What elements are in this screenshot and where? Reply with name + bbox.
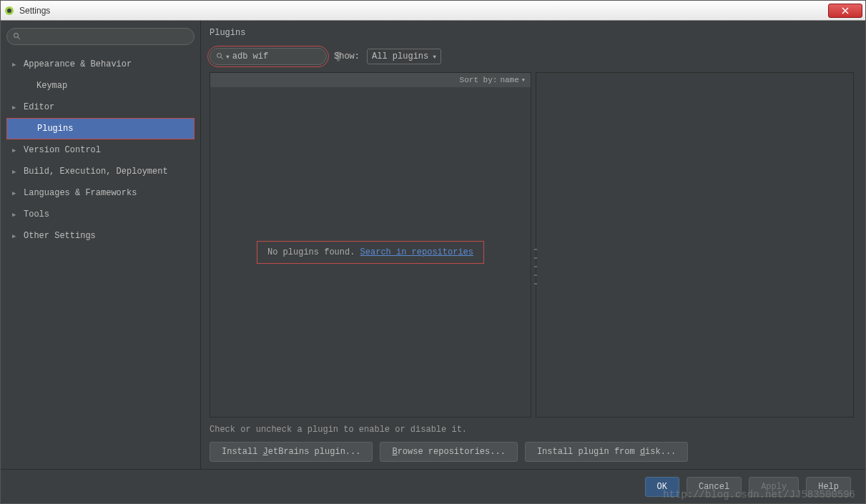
splitter-handle[interactable]	[534, 245, 537, 288]
expand-icon: ▶	[12, 211, 21, 219]
search-repositories-link[interactable]: Search in repositories	[360, 247, 473, 257]
install-from-disk-button[interactable]: Install plugin from disk...	[525, 442, 688, 462]
sidebar-item-editor[interactable]: ▶ Editor	[6, 97, 195, 118]
chevron-down-icon: ▼	[433, 54, 436, 60]
sidebar-item-tools[interactable]: ▶ Tools	[6, 204, 195, 225]
footer: OK Cancel Apply Help http://blog.csdn.ne…	[1, 469, 865, 503]
sort-label: Sort by:	[460, 76, 498, 84]
help-button[interactable]: Help	[806, 477, 851, 497]
browse-repositories-button[interactable]: Browse repositories...	[380, 442, 517, 462]
sidebar-item-plugins[interactable]: ▶ Plugins	[6, 118, 195, 139]
sidebar-item-languages-frameworks[interactable]: ▶ Languages & Frameworks	[6, 182, 195, 204]
search-icon	[13, 32, 21, 41]
sidebar-item-label: Other Settings	[24, 231, 96, 241]
svg-line-5	[221, 57, 223, 59]
sidebar-item-label: Keymap	[36, 81, 67, 91]
main-panel: Plugins ▼ ✕ Show: All plugins ▼ Sort by	[201, 21, 865, 469]
sidebar-item-version-control[interactable]: ▶ Version Control	[6, 139, 195, 161]
sidebar-item-keymap[interactable]: ▶ Keymap	[6, 75, 195, 97]
empty-text: No plugins found.	[267, 247, 355, 257]
window-title: Settings	[19, 6, 50, 16]
content-area: ▶ Appearance & Behavior ▶ Keymap ▶ Edito…	[1, 21, 865, 469]
empty-message: No plugins found. Search in repositories	[257, 241, 484, 264]
sidebar-item-label: Plugins	[37, 124, 73, 134]
svg-point-2	[14, 34, 19, 38]
plugin-list-panel: Sort by: name ▼ No plugins found. Search…	[210, 72, 531, 417]
ok-button[interactable]: OK	[645, 477, 679, 497]
expand-icon: ▶	[12, 189, 21, 197]
expand-icon: ▶	[12, 61, 21, 69]
sidebar-item-label: Languages & Frameworks	[24, 188, 137, 198]
sidebar-search[interactable]	[6, 28, 195, 45]
show-filter-select[interactable]: All plugins ▼	[367, 49, 441, 64]
expand-icon: ▶	[12, 147, 21, 154]
plugin-list-body: No plugins found. Search in repositories	[210, 87, 531, 417]
show-label: Show:	[334, 51, 360, 61]
page-title: Plugins	[210, 28, 854, 38]
apply-button[interactable]: Apply	[749, 477, 799, 497]
cancel-button[interactable]: Cancel	[687, 477, 742, 497]
svg-line-3	[18, 37, 20, 39]
sort-value: name	[500, 76, 518, 84]
search-icon	[216, 52, 225, 61]
expand-icon: ▶	[12, 104, 21, 112]
search-history-icon[interactable]: ▼	[226, 54, 230, 60]
plugin-detail-panel	[536, 72, 854, 417]
hint-text: Check or uncheck a plugin to enable or d…	[210, 425, 854, 435]
sidebar-item-label: Build, Execution, Deployment	[24, 167, 168, 177]
plugin-search-input[interactable]	[232, 51, 336, 61]
window-close-button[interactable]	[828, 4, 862, 18]
sidebar-item-label: Version Control	[24, 145, 101, 155]
sort-bar[interactable]: Sort by: name ▼	[210, 73, 531, 87]
sidebar-item-label: Tools	[24, 209, 49, 219]
action-row: Install JetBrains plugin... Browse repos…	[210, 442, 854, 462]
sidebar-item-appearance-behavior[interactable]: ▶ Appearance & Behavior	[6, 54, 195, 75]
sidebar: ▶ Appearance & Behavior ▶ Keymap ▶ Edito…	[1, 21, 201, 469]
app-icon	[4, 5, 15, 16]
settings-window: Settings ▶ Appearance & Behavior ▶ Keyma…	[0, 0, 866, 504]
svg-point-1	[7, 9, 11, 13]
sidebar-item-label: Editor	[24, 102, 54, 112]
sidebar-search-input[interactable]	[26, 31, 188, 41]
plugin-search[interactable]: ▼ ✕	[210, 48, 327, 65]
titlebar: Settings	[1, 1, 865, 21]
plugin-search-row: ▼ ✕ Show: All plugins ▼	[210, 48, 854, 65]
sidebar-item-other-settings[interactable]: ▶ Other Settings	[6, 225, 195, 247]
expand-icon: ▶	[12, 168, 21, 176]
chevron-down-icon: ▼	[522, 77, 525, 83]
sidebar-item-build-execution-deployment[interactable]: ▶ Build, Execution, Deployment	[6, 161, 195, 182]
install-jetbrains-plugin-button[interactable]: Install JetBrains plugin...	[210, 442, 373, 462]
plugin-panels: Sort by: name ▼ No plugins found. Search…	[210, 72, 854, 417]
svg-point-4	[217, 54, 222, 58]
show-filter-value: All plugins	[372, 51, 428, 61]
sidebar-item-label: Appearance & Behavior	[24, 59, 132, 69]
expand-icon: ▶	[12, 232, 21, 240]
